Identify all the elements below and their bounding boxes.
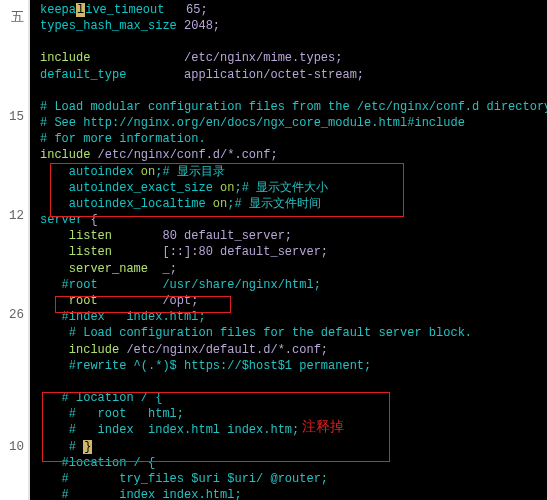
code-token: ;# 显示文件时间 [227,197,321,211]
code-line [40,83,541,99]
code-line: # Load modular configuration files from … [40,99,541,115]
code-token: #index index.html; [40,310,206,324]
code-line: types_hash_max_size 2048; [40,18,541,34]
code-token: /etc/nginx/default.d/*.conf; [119,343,328,357]
code-line: # index index.html; [40,487,541,500]
code-token: # [40,440,83,454]
code-token: ive_timeout [85,3,164,17]
code-line: autoindex_localtime on;# 显示文件时间 [40,196,541,212]
code-line: root /opt; [40,293,541,309]
gutter-row: 15 [0,101,28,134]
code-line: #location / { [40,455,541,471]
gutter-row [0,134,28,167]
code-token: on [220,181,234,195]
gutter-row [0,398,28,431]
code-token: l [76,3,85,17]
code-line: #root /usr/share/nginx/html; [40,277,541,293]
code-token: # Load configuration files for the defau… [40,326,472,340]
code-token: #root /usr/share/nginx/html; [40,278,321,292]
code-token: include [40,343,119,357]
code-line: server { [40,212,541,228]
gutter-row [0,233,28,266]
code-token: { [90,213,97,227]
code-token: autoindex_localtime [40,197,213,211]
code-line: #index index.html; [40,309,541,325]
code-token: ;# 显示文件大小 [234,181,328,195]
code-token: on [141,165,155,179]
code-token: types_hash_max_size [40,19,177,33]
code-line: listen 80 default_server; [40,228,541,244]
code-token: /etc/nginx/mime.types; [90,51,342,65]
code-token: server [40,213,90,227]
code-token: 65; [164,3,207,17]
code-token: /opt; [98,294,199,308]
code-line [40,34,541,50]
code-line: # location / { [40,390,541,406]
code-line: #rewrite ^(.*)$ https://$host$1 permanen… [40,358,541,374]
code-line: include /etc/nginx/mime.types; [40,50,541,66]
code-line: # Load configuration files for the defau… [40,325,541,341]
code-token: autoindex [40,165,141,179]
code-token: # index index.html index.htm; [40,423,299,437]
gutter-row: 26 [0,299,28,332]
code-token: application/octet-stream; [126,68,364,82]
code-token: #rewrite ^(.*)$ https://$host$1 permanen… [40,359,371,373]
gutter-row [0,35,28,68]
code-line: # } [40,439,541,455]
screenshot-root: 五15122610 keepalive_timeout 65;types_has… [0,0,547,500]
code-line: # root html; [40,406,541,422]
code-line: include /etc/nginx/default.d/*.conf; [40,342,541,358]
code-line: autoindex_exact_size on;# 显示文件大小 [40,180,541,196]
code-line [40,374,541,390]
code-token: # See http://nginx.org/en/docs/ngx_core_… [40,116,465,130]
code-token: # location / { [40,391,162,405]
code-line: keepalive_timeout 65; [40,2,541,18]
code-token: listen [40,229,112,243]
code-token: _; [148,262,177,276]
code-line: # for more information. [40,131,541,147]
code-token: include [40,148,90,162]
code-token: # Load modular configuration files from … [40,100,547,114]
code-line: # See http://nginx.org/en/docs/ngx_core_… [40,115,541,131]
code-token: # index index.html; [40,488,242,500]
code-token: 80 default_server; [112,229,292,243]
line-number-gutter: 五15122610 [0,0,28,500]
code-token: ;# 显示目录 [155,165,225,179]
code-token: on [213,197,227,211]
gutter-row [0,332,28,365]
gutter-row [0,167,28,200]
code-token: root [40,294,98,308]
code-line: server_name _; [40,261,541,277]
code-token: [::]:80 default_server; [112,245,328,259]
code-line: default_type application/octet-stream; [40,67,541,83]
code-line: # index index.html index.htm; [40,422,541,438]
gutter-row: 12 [0,200,28,233]
code-token: # try_files $uri $uri/ @router; [40,472,328,486]
code-editor[interactable]: keepalive_timeout 65;types_hash_max_size… [30,0,547,500]
code-line: autoindex on;# 显示目录 [40,164,541,180]
gutter-row [0,68,28,101]
code-token: server_name [40,262,148,276]
code-token: #location / { [40,456,155,470]
code-line: # try_files $uri $uri/ @router; [40,471,541,487]
gutter-row: 五 [0,2,28,35]
gutter-row [0,365,28,398]
code-token: listen [40,245,112,259]
code-token: 2048; [177,19,220,33]
code-token: # root html; [40,407,184,421]
gutter-row [0,266,28,299]
code-line: listen [::]:80 default_server; [40,244,541,260]
gutter-row: 10 [0,431,28,464]
code-token: /etc/nginx/conf.d/*.conf; [90,148,277,162]
code-token: # for more information. [40,132,206,146]
code-token: keepa [40,3,76,17]
code-token: include [40,51,90,65]
code-line: include /etc/nginx/conf.d/*.conf; [40,147,541,163]
code-token: default_type [40,68,126,82]
code-token: autoindex_exact_size [40,181,220,195]
code-token: } [83,440,92,454]
